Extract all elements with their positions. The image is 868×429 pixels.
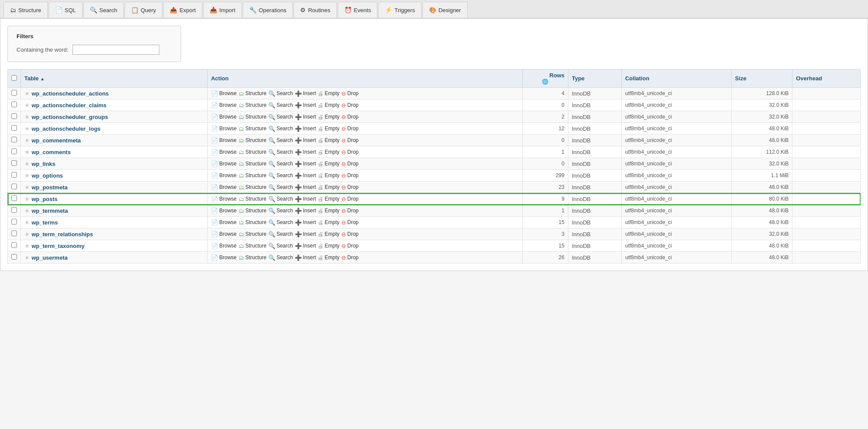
col-table[interactable]: Table ▲ [21, 69, 208, 88]
table-name-link[interactable]: wp_posts [32, 196, 58, 202]
browse-btn[interactable]: 📄 Browse [211, 172, 237, 179]
row-checkbox[interactable] [11, 254, 17, 260]
browse-btn[interactable]: 📄 Browse [211, 231, 237, 238]
browse-btn[interactable]: 📄 Browse [211, 243, 237, 249]
empty-btn[interactable]: 🖨 Empty [318, 102, 340, 109]
drop-btn[interactable]: ⊖ Drop [341, 149, 359, 155]
star-icon[interactable]: ★ [24, 184, 30, 191]
star-icon[interactable]: ★ [24, 254, 30, 261]
search-btn[interactable]: 🔍 Search [268, 149, 293, 155]
row-checkbox[interactable] [11, 90, 17, 96]
drop-btn[interactable]: ⊖ Drop [341, 102, 359, 109]
structure-btn[interactable]: 🗂 Structure [238, 161, 267, 167]
structure-btn[interactable]: 🗂 Structure [238, 196, 267, 202]
table-name-link[interactable]: wp_usermeta [32, 254, 68, 261]
drop-btn[interactable]: ⊖ Drop [341, 243, 359, 249]
structure-btn[interactable]: 🗂 Structure [238, 254, 267, 261]
row-checkbox[interactable] [11, 219, 17, 224]
table-name-link[interactable]: wp_actionscheduler_logs [32, 125, 101, 132]
drop-btn[interactable]: ⊖ Drop [341, 208, 359, 214]
empty-btn[interactable]: 🖨 Empty [318, 161, 340, 167]
table-name-link[interactable]: wp_postmeta [32, 184, 68, 191]
browse-btn[interactable]: 📄 Browse [211, 125, 237, 132]
tab-search[interactable]: 🔍Search [83, 2, 124, 18]
browse-btn[interactable]: 📄 Browse [211, 219, 237, 226]
empty-btn[interactable]: 🖨 Empty [318, 254, 340, 261]
browse-btn[interactable]: 📄 Browse [211, 208, 237, 214]
star-icon[interactable]: ★ [24, 160, 30, 167]
structure-btn[interactable]: 🗂 Structure [238, 102, 267, 109]
table-name-link[interactable]: wp_actionscheduler_claims [32, 102, 107, 109]
structure-btn[interactable]: 🗂 Structure [238, 208, 267, 214]
table-name-link[interactable]: wp_comments [32, 149, 71, 155]
row-checkbox[interactable] [11, 207, 17, 213]
table-name-link[interactable]: wp_terms [32, 219, 58, 226]
empty-btn[interactable]: 🖨 Empty [318, 149, 340, 155]
row-checkbox[interactable] [11, 113, 17, 119]
empty-btn[interactable]: 🖨 Empty [318, 196, 340, 202]
row-checkbox[interactable] [11, 160, 17, 166]
insert-btn[interactable]: ➕ Insert [295, 102, 316, 109]
drop-btn[interactable]: ⊖ Drop [341, 172, 359, 179]
insert-btn[interactable]: ➕ Insert [295, 184, 316, 191]
drop-btn[interactable]: ⊖ Drop [341, 231, 359, 238]
star-icon[interactable]: ★ [24, 125, 30, 132]
search-btn[interactable]: 🔍 Search [268, 219, 293, 226]
browse-btn[interactable]: 📄 Browse [211, 161, 237, 167]
browse-btn[interactable]: 📄 Browse [211, 137, 237, 144]
empty-btn[interactable]: 🖨 Empty [318, 184, 340, 191]
filter-input[interactable] [73, 45, 159, 55]
browse-btn[interactable]: 📄 Browse [211, 149, 237, 155]
insert-btn[interactable]: ➕ Insert [295, 196, 316, 202]
star-icon[interactable]: ★ [24, 231, 30, 238]
empty-btn[interactable]: 🖨 Empty [318, 114, 340, 120]
tab-import[interactable]: 📥Import [203, 2, 242, 18]
empty-btn[interactable]: 🖨 Empty [318, 243, 340, 249]
structure-btn[interactable]: 🗂 Structure [238, 184, 267, 191]
table-name-link[interactable]: wp_term_relationships [32, 231, 93, 238]
empty-btn[interactable]: 🖨 Empty [318, 172, 340, 179]
structure-btn[interactable]: 🗂 Structure [238, 231, 267, 238]
table-name-link[interactable]: wp_actionscheduler_groups [32, 114, 108, 120]
drop-btn[interactable]: ⊖ Drop [341, 161, 359, 167]
search-btn[interactable]: 🔍 Search [268, 196, 293, 202]
browse-btn[interactable]: 📄 Browse [211, 184, 237, 191]
tab-events[interactable]: ⏰Events [338, 2, 378, 18]
tab-routines[interactable]: ⚙Routines [294, 2, 337, 18]
row-checkbox[interactable] [11, 102, 17, 107]
drop-btn[interactable]: ⊖ Drop [341, 254, 359, 261]
tab-query[interactable]: 📋Query [125, 2, 162, 18]
browse-btn[interactable]: 📄 Browse [211, 196, 237, 202]
search-btn[interactable]: 🔍 Search [268, 102, 293, 109]
insert-btn[interactable]: ➕ Insert [295, 254, 316, 261]
row-checkbox[interactable] [11, 242, 17, 248]
drop-btn[interactable]: ⊖ Drop [341, 125, 359, 132]
structure-btn[interactable]: 🗂 Structure [238, 243, 267, 249]
insert-btn[interactable]: ➕ Insert [295, 161, 316, 167]
structure-btn[interactable]: 🗂 Structure [238, 114, 267, 120]
insert-btn[interactable]: ➕ Insert [295, 243, 316, 249]
table-name-link[interactable]: wp_term_taxonomy [32, 243, 85, 249]
row-checkbox[interactable] [11, 172, 17, 178]
star-icon[interactable]: ★ [24, 172, 30, 179]
search-btn[interactable]: 🔍 Search [268, 184, 293, 191]
star-icon[interactable]: ★ [24, 113, 30, 120]
row-checkbox[interactable] [11, 231, 17, 236]
table-name-link[interactable]: wp_commentmeta [32, 137, 81, 144]
empty-btn[interactable]: 🖨 Empty [318, 219, 340, 226]
browse-btn[interactable]: 📄 Browse [211, 254, 237, 261]
insert-btn[interactable]: ➕ Insert [295, 137, 316, 144]
empty-btn[interactable]: 🖨 Empty [318, 137, 340, 144]
empty-btn[interactable]: 🖨 Empty [318, 125, 340, 132]
insert-btn[interactable]: ➕ Insert [295, 219, 316, 226]
table-name-link[interactable]: wp_actionscheduler_actions [32, 90, 109, 97]
search-btn[interactable]: 🔍 Search [268, 125, 293, 132]
drop-btn[interactable]: ⊖ Drop [341, 184, 359, 191]
search-btn[interactable]: 🔍 Search [268, 161, 293, 167]
empty-btn[interactable]: 🖨 Empty [318, 231, 340, 238]
star-icon[interactable]: ★ [24, 137, 30, 144]
drop-btn[interactable]: ⊖ Drop [341, 114, 359, 120]
tab-export[interactable]: 📤Export [163, 2, 202, 18]
search-btn[interactable]: 🔍 Search [268, 243, 293, 249]
browse-btn[interactable]: 📄 Browse [211, 90, 237, 97]
